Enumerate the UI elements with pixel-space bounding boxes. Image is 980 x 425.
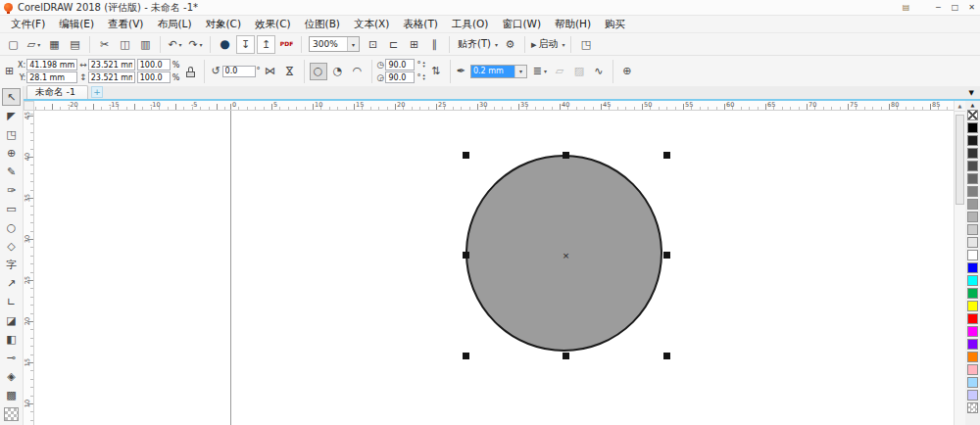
color-swatch-blue[interactable] — [967, 262, 978, 273]
menu-item-11[interactable]: 帮助(H) — [548, 16, 598, 32]
scroll-up-icon[interactable]: ▲ — [955, 101, 965, 112]
options-button[interactable]: ⚙ — [501, 35, 519, 54]
menu-item-5[interactable]: 效果(C) — [248, 16, 298, 32]
selection-handle[interactable] — [463, 152, 469, 159]
new-document-tab-button[interactable]: + — [91, 86, 103, 98]
outline-width-input[interactable] — [471, 66, 514, 77]
selection-handle[interactable] — [463, 353, 469, 359]
color-swatch-white[interactable] — [967, 250, 978, 260]
horizontal-ruler[interactable]: -20-15-10-505101520253035404550556065707… — [34, 101, 954, 111]
menu-item-9[interactable]: 工具(O) — [445, 16, 495, 32]
x-position-input[interactable] — [26, 59, 77, 71]
zoom-tool[interactable]: ⊕ — [2, 144, 21, 162]
close-button[interactable]: ✕ — [963, 0, 980, 15]
vertical-ruler[interactable]: 4540353025201510 — [24, 111, 34, 425]
undo-button[interactable]: ↶▾ — [166, 35, 184, 54]
color-swatch-purple[interactable] — [967, 339, 978, 350]
scrollbar-thumb[interactable] — [956, 115, 964, 205]
zoom-level-dropdown-icon[interactable]: ▾ — [347, 37, 359, 51]
publish-to-pdf-button[interactable]: PDF — [277, 35, 296, 54]
ellipse-mode-button[interactable]: ○ — [310, 63, 327, 80]
color-swatch-powder-blue[interactable] — [967, 390, 978, 401]
import-button[interactable]: ↧ — [236, 35, 255, 54]
palette-scroll-up-icon[interactable]: ▲ — [971, 101, 975, 110]
scale-vertical-input[interactable] — [137, 71, 171, 83]
minimize-button[interactable]: ─ — [930, 0, 947, 15]
interactive-fill-tool[interactable]: ◈ — [2, 367, 21, 385]
welcome-screen-button[interactable]: ◳ — [576, 35, 595, 54]
end-angle-input[interactable] — [385, 71, 415, 83]
color-swatch-pink[interactable] — [967, 364, 978, 375]
zoom-level-input[interactable] — [310, 37, 347, 51]
show-guidelines-button[interactable]: ∥ — [425, 35, 444, 54]
show-rulers-button[interactable]: ⊏ — [384, 35, 403, 54]
paste-button[interactable]: ▥ — [136, 35, 155, 54]
copy-button[interactable]: ◫ — [116, 35, 134, 54]
quick-customize-button[interactable]: ⊕ — [618, 63, 636, 80]
color-swatch-black[interactable] — [967, 122, 978, 133]
save-button[interactable]: ▦ — [45, 35, 64, 54]
color-swatch-more-palettes[interactable] — [967, 402, 978, 413]
artistic-media-tool[interactable]: ✑ — [2, 181, 21, 199]
start-angle-spinner[interactable]: ▴▾ — [422, 61, 424, 70]
drop-shadow-tool[interactable]: ◪ — [2, 311, 21, 329]
new-document-button[interactable]: ▢ — [4, 35, 23, 54]
parallel-dimension-tool[interactable]: ↗ — [2, 274, 21, 292]
menu-item-6[interactable]: 位图(B) — [298, 16, 347, 32]
y-position-input[interactable] — [26, 71, 77, 83]
lock-ratio-button[interactable] — [181, 63, 199, 80]
color-swatch-40-black[interactable] — [967, 199, 978, 210]
color-swatch-cyan[interactable] — [967, 275, 978, 286]
color-swatch-60-black[interactable] — [967, 173, 978, 184]
menu-item-7[interactable]: 文本(X) — [347, 16, 396, 32]
selection-handle[interactable] — [563, 353, 569, 359]
smart-fill-tool[interactable]: ▩ — [2, 386, 21, 403]
vertical-scrollbar[interactable]: ▲ — [954, 101, 965, 425]
redo-button[interactable]: ↷▾ — [186, 35, 205, 54]
menu-item-10[interactable]: 窗口(W) — [495, 16, 548, 32]
color-swatch-baby-blue[interactable] — [967, 377, 978, 388]
crop-tool[interactable]: ◳ — [2, 125, 21, 143]
account-badge-button[interactable]: ▤ — [898, 0, 914, 15]
menu-item-8[interactable]: 表格(T) — [396, 16, 445, 32]
menu-item-1[interactable]: 编辑(E) — [52, 16, 101, 32]
color-swatch-magenta[interactable] — [967, 326, 978, 337]
rotation-angle-input[interactable] — [222, 66, 256, 77]
cut-button[interactable]: ✂ — [95, 35, 114, 54]
show-grid-button[interactable]: ⊞ — [405, 35, 423, 54]
color-swatch-green[interactable] — [967, 288, 978, 299]
menu-item-12[interactable]: 购买 — [598, 16, 632, 32]
pie-mode-button[interactable]: ◔ — [329, 63, 347, 80]
export-button[interactable]: ↥ — [257, 35, 275, 54]
selection-handle[interactable] — [663, 152, 670, 159]
open-folder-button[interactable]: ▱▾ — [24, 35, 43, 54]
tab-scroll-icon[interactable]: ▼ — [969, 89, 974, 97]
selection-handle[interactable] — [663, 353, 670, 359]
drawing-canvas[interactable]: × — [34, 111, 954, 425]
wrap-text-button[interactable]: ≣ ▾ — [531, 63, 549, 80]
convert-to-curves-button[interactable]: ∿ — [590, 63, 608, 80]
color-swatch-10-black[interactable] — [967, 237, 978, 248]
color-swatch-50-black[interactable] — [967, 186, 978, 197]
shape-tool[interactable]: ◤ — [2, 107, 21, 124]
color-swatch-70-black[interactable] — [967, 161, 978, 171]
selection-handle[interactable] — [463, 252, 469, 259]
object-height-input[interactable] — [88, 71, 135, 83]
color-swatch-orange[interactable] — [967, 352, 978, 362]
scale-horizontal-input[interactable] — [137, 59, 171, 71]
snap-to-button[interactable]: 贴齐(T)▾ — [455, 35, 499, 54]
color-swatch-80-black[interactable] — [967, 148, 978, 159]
menu-item-3[interactable]: 布局(L) — [150, 16, 198, 32]
color-swatch-30-black[interactable] — [967, 212, 978, 222]
document-tab[interactable]: 未命名 -1 — [26, 85, 88, 99]
full-screen-preview-button[interactable]: ⊡ — [364, 35, 382, 54]
maximize-button[interactable]: □ — [947, 0, 963, 15]
color-swatch-20-black[interactable] — [967, 224, 978, 235]
transparency-tool[interactable]: ◧ — [2, 330, 21, 348]
menu-item-2[interactable]: 查看(V) — [101, 16, 150, 32]
arc-mode-button[interactable]: ◠ — [349, 63, 367, 80]
menu-item-4[interactable]: 对象(C) — [199, 16, 249, 32]
color-swatch-no-color[interactable] — [967, 110, 978, 120]
search-content-button[interactable]: ● — [216, 35, 234, 54]
print-button[interactable]: ▤ — [66, 35, 84, 54]
